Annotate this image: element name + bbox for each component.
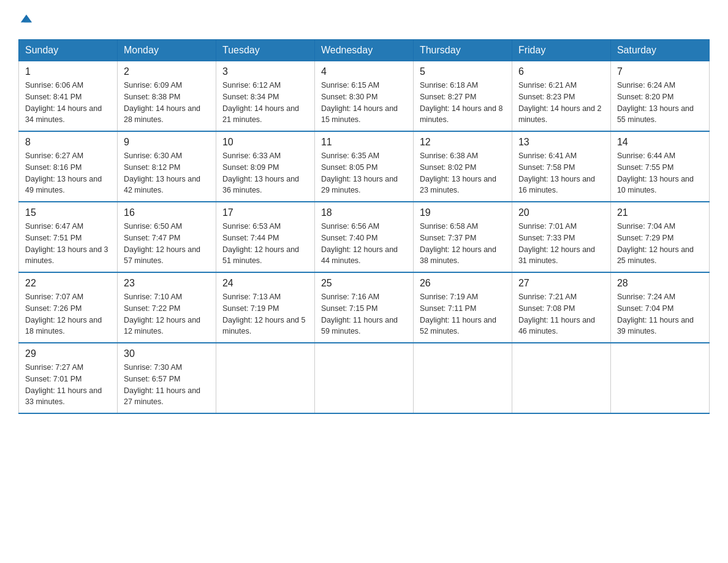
day-info: Sunrise: 7:16 AMSunset: 7:15 PMDaylight:… <box>321 293 398 335</box>
day-info: Sunrise: 6:09 AMSunset: 8:38 PMDaylight:… <box>124 81 200 124</box>
day-number: 13 <box>518 137 604 148</box>
day-number: 21 <box>617 207 703 218</box>
day-info: Sunrise: 6:30 AMSunset: 8:12 PMDaylight:… <box>124 151 200 194</box>
calendar-cell: 15 Sunrise: 6:47 AMSunset: 7:51 PMDaylig… <box>19 202 118 272</box>
day-info: Sunrise: 6:27 AMSunset: 8:16 PMDaylight:… <box>25 151 102 194</box>
calendar-week-row: 22 Sunrise: 7:07 AMSunset: 7:26 PMDaylig… <box>19 272 710 343</box>
day-info: Sunrise: 6:56 AMSunset: 7:40 PMDaylight:… <box>321 222 398 265</box>
day-info: Sunrise: 6:18 AMSunset: 8:27 PMDaylight:… <box>420 81 503 124</box>
day-number: 1 <box>25 66 111 77</box>
calendar-week-row: 15 Sunrise: 6:47 AMSunset: 7:51 PMDaylig… <box>19 202 710 272</box>
header-day-tuesday: Tuesday <box>216 40 314 61</box>
calendar-cell <box>314 343 413 413</box>
day-number: 30 <box>124 348 210 359</box>
calendar-table: SundayMondayTuesdayWednesdayThursdayFrid… <box>18 39 710 414</box>
calendar-cell <box>610 343 709 413</box>
calendar-cell <box>413 343 512 413</box>
calendar-cell: 1 Sunrise: 6:06 AMSunset: 8:41 PMDayligh… <box>19 61 118 132</box>
day-info: Sunrise: 6:53 AMSunset: 7:44 PMDaylight:… <box>222 222 299 265</box>
day-number: 11 <box>321 137 407 148</box>
calendar-week-row: 1 Sunrise: 6:06 AMSunset: 8:41 PMDayligh… <box>19 61 710 132</box>
day-info: Sunrise: 6:47 AMSunset: 7:51 PMDaylight:… <box>25 222 108 265</box>
day-number: 17 <box>222 207 308 218</box>
header-day-friday: Friday <box>512 40 610 61</box>
day-info: Sunrise: 6:44 AMSunset: 7:55 PMDaylight:… <box>617 151 694 194</box>
day-number: 25 <box>321 278 407 289</box>
calendar-cell: 6 Sunrise: 6:21 AMSunset: 8:23 PMDayligh… <box>512 61 610 132</box>
day-number: 20 <box>518 207 604 218</box>
day-info: Sunrise: 7:24 AMSunset: 7:04 PMDaylight:… <box>617 293 694 335</box>
day-info: Sunrise: 7:01 AMSunset: 7:33 PMDaylight:… <box>518 222 595 265</box>
header-day-wednesday: Wednesday <box>314 40 413 61</box>
day-number: 28 <box>617 278 703 289</box>
day-number: 10 <box>222 137 308 148</box>
day-info: Sunrise: 6:50 AMSunset: 7:47 PMDaylight:… <box>124 222 200 265</box>
calendar-cell: 28 Sunrise: 7:24 AMSunset: 7:04 PMDaylig… <box>610 272 709 343</box>
header-day-saturday: Saturday <box>610 40 709 61</box>
day-info: Sunrise: 7:30 AMSunset: 6:57 PMDaylight:… <box>124 363 200 406</box>
calendar-cell: 30 Sunrise: 7:30 AMSunset: 6:57 PMDaylig… <box>117 343 216 413</box>
day-number: 22 <box>25 278 111 289</box>
page-header <box>18 12 710 29</box>
calendar-cell: 25 Sunrise: 7:16 AMSunset: 7:15 PMDaylig… <box>314 272 413 343</box>
day-number: 24 <box>222 278 308 289</box>
calendar-cell: 23 Sunrise: 7:10 AMSunset: 7:22 PMDaylig… <box>117 272 216 343</box>
day-info: Sunrise: 7:13 AMSunset: 7:19 PMDaylight:… <box>222 293 306 335</box>
calendar-cell: 17 Sunrise: 6:53 AMSunset: 7:44 PMDaylig… <box>216 202 314 272</box>
calendar-body: 1 Sunrise: 6:06 AMSunset: 8:41 PMDayligh… <box>19 61 710 414</box>
day-number: 18 <box>321 207 407 218</box>
day-info: Sunrise: 6:12 AMSunset: 8:34 PMDaylight:… <box>222 81 299 124</box>
day-number: 19 <box>420 207 506 218</box>
calendar-cell: 22 Sunrise: 7:07 AMSunset: 7:26 PMDaylig… <box>19 272 118 343</box>
header-row: SundayMondayTuesdayWednesdayThursdayFrid… <box>19 40 710 61</box>
calendar-week-row: 8 Sunrise: 6:27 AMSunset: 8:16 PMDayligh… <box>19 131 710 202</box>
calendar-cell: 8 Sunrise: 6:27 AMSunset: 8:16 PMDayligh… <box>19 131 118 202</box>
day-info: Sunrise: 6:58 AMSunset: 7:37 PMDaylight:… <box>420 222 496 265</box>
day-info: Sunrise: 7:04 AMSunset: 7:29 PMDaylight:… <box>617 222 694 265</box>
day-info: Sunrise: 6:38 AMSunset: 8:02 PMDaylight:… <box>420 151 496 194</box>
calendar-cell: 21 Sunrise: 7:04 AMSunset: 7:29 PMDaylig… <box>610 202 709 272</box>
calendar-cell: 27 Sunrise: 7:21 AMSunset: 7:08 PMDaylig… <box>512 272 610 343</box>
day-info: Sunrise: 7:27 AMSunset: 7:01 PMDaylight:… <box>25 363 102 406</box>
day-number: 5 <box>420 66 506 77</box>
calendar-cell: 11 Sunrise: 6:35 AMSunset: 8:05 PMDaylig… <box>314 131 413 202</box>
day-number: 29 <box>25 348 111 359</box>
calendar-cell: 16 Sunrise: 6:50 AMSunset: 7:47 PMDaylig… <box>117 202 216 272</box>
calendar-cell: 9 Sunrise: 6:30 AMSunset: 8:12 PMDayligh… <box>117 131 216 202</box>
calendar-cell: 4 Sunrise: 6:15 AMSunset: 8:30 PMDayligh… <box>314 61 413 132</box>
day-number: 16 <box>124 207 210 218</box>
calendar-cell: 5 Sunrise: 6:18 AMSunset: 8:27 PMDayligh… <box>413 61 512 132</box>
day-info: Sunrise: 7:10 AMSunset: 7:22 PMDaylight:… <box>124 293 200 335</box>
day-number: 15 <box>25 207 111 218</box>
calendar-cell: 18 Sunrise: 6:56 AMSunset: 7:40 PMDaylig… <box>314 202 413 272</box>
day-number: 9 <box>124 137 210 148</box>
day-info: Sunrise: 6:35 AMSunset: 8:05 PMDaylight:… <box>321 151 398 194</box>
calendar-cell: 24 Sunrise: 7:13 AMSunset: 7:19 PMDaylig… <box>216 272 314 343</box>
calendar-cell: 7 Sunrise: 6:24 AMSunset: 8:20 PMDayligh… <box>610 61 709 132</box>
day-number: 12 <box>420 137 506 148</box>
calendar-cell <box>216 343 314 413</box>
day-number: 26 <box>420 278 506 289</box>
day-info: Sunrise: 7:21 AMSunset: 7:08 PMDaylight:… <box>518 293 595 335</box>
day-number: 2 <box>124 66 210 77</box>
day-info: Sunrise: 6:15 AMSunset: 8:30 PMDaylight:… <box>321 81 398 124</box>
day-info: Sunrise: 6:21 AMSunset: 8:23 PMDaylight:… <box>518 81 602 124</box>
calendar-header: SundayMondayTuesdayWednesdayThursdayFrid… <box>19 40 710 61</box>
calendar-cell: 20 Sunrise: 7:01 AMSunset: 7:33 PMDaylig… <box>512 202 610 272</box>
day-info: Sunrise: 6:06 AMSunset: 8:41 PMDaylight:… <box>25 81 102 124</box>
day-number: 14 <box>617 137 703 148</box>
day-number: 23 <box>124 278 210 289</box>
logo <box>18 12 33 29</box>
calendar-cell: 3 Sunrise: 6:12 AMSunset: 8:34 PMDayligh… <box>216 61 314 132</box>
calendar-cell: 26 Sunrise: 7:19 AMSunset: 7:11 PMDaylig… <box>413 272 512 343</box>
calendar-cell: 10 Sunrise: 6:33 AMSunset: 8:09 PMDaylig… <box>216 131 314 202</box>
day-number: 7 <box>617 66 703 77</box>
day-info: Sunrise: 6:41 AMSunset: 7:58 PMDaylight:… <box>518 151 595 194</box>
header-day-thursday: Thursday <box>413 40 512 61</box>
calendar-cell: 19 Sunrise: 6:58 AMSunset: 7:37 PMDaylig… <box>413 202 512 272</box>
header-day-monday: Monday <box>117 40 216 61</box>
calendar-cell: 2 Sunrise: 6:09 AMSunset: 8:38 PMDayligh… <box>117 61 216 132</box>
calendar-week-row: 29 Sunrise: 7:27 AMSunset: 7:01 PMDaylig… <box>19 343 710 413</box>
day-number: 27 <box>518 278 604 289</box>
calendar-cell: 29 Sunrise: 7:27 AMSunset: 7:01 PMDaylig… <box>19 343 118 413</box>
